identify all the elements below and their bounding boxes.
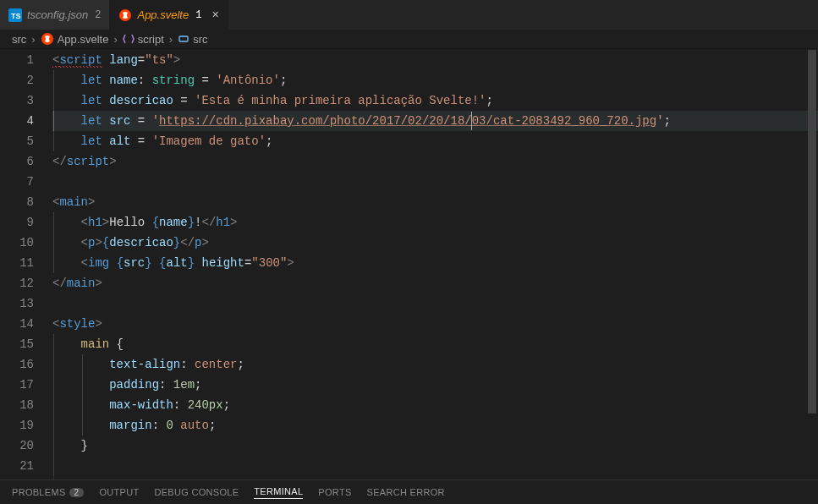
close-icon[interactable]: ×: [211, 8, 218, 22]
breadcrumb-item[interactable]: script: [123, 33, 164, 46]
ts-icon: TS: [8, 8, 22, 22]
code-line: }: [52, 436, 818, 456]
breadcrumb: src › App.svelte › script › src: [0, 30, 818, 48]
code-line: margin: 0 auto;: [52, 415, 818, 436]
breadcrumb-item[interactable]: src: [12, 33, 26, 46]
breadcrumb-item[interactable]: src: [178, 33, 207, 46]
panel-tab-output[interactable]: OUTPUT: [99, 487, 139, 497]
code-line: padding: 1em;: [52, 375, 818, 395]
code-line: let name: string = 'Antônio';: [52, 70, 818, 90]
breadcrumb-item[interactable]: App.svelte: [41, 32, 109, 46]
tab-label: tsconfig.json: [27, 8, 88, 21]
tab-label: App.svelte: [137, 8, 189, 21]
scroll-thumb[interactable]: [808, 50, 816, 414]
panel-tab-terminal[interactable]: TERMINAL: [254, 486, 303, 499]
var-icon: [178, 33, 189, 45]
code-content[interactable]: <script lang="ts"> let name: string = 'A…: [52, 50, 818, 479]
brackets-icon: [123, 33, 135, 45]
code-line: let alt = 'Imagem de gato';: [52, 131, 818, 151]
editor-tabs: TS tsconfig.json 2 App.svelte 1 ×: [0, 0, 818, 30]
chevron-right-icon: ›: [112, 33, 118, 46]
svg-text:TS: TS: [11, 12, 21, 20]
tab-tsconfig[interactable]: TS tsconfig.json 2: [0, 0, 110, 30]
code-line: <h1>Hello {name}!</h1>: [52, 212, 818, 233]
code-line: [52, 293, 818, 314]
chevron-right-icon: ›: [167, 33, 174, 46]
line-gutter: 123 456 789 101112 131415 161718 192021 …: [0, 50, 52, 479]
editor-area[interactable]: 123 456 789 101112 131415 161718 192021 …: [0, 48, 818, 479]
code-line: max-width: 240px;: [52, 395, 818, 415]
code-line: </main>: [52, 273, 818, 293]
code-line: text-align: center;: [52, 354, 818, 375]
tab-app-svelte[interactable]: App.svelte 1 ×: [110, 0, 228, 30]
svg-rect-4: [179, 36, 188, 41]
code-line: <img {src} {alt} height="300">: [52, 253, 818, 273]
code-line: main {: [52, 334, 818, 354]
scrollbar[interactable]: [806, 48, 818, 479]
tab-badge: 1: [195, 9, 201, 21]
code-line: [52, 456, 818, 476]
code-line: let descricao = 'Esta é minha primeira a…: [52, 90, 818, 111]
panel-tab-problems[interactable]: PROBLEMS2: [12, 487, 84, 497]
code-line: [52, 172, 818, 192]
panel-tab-debug[interactable]: DEBUG CONSOLE: [154, 487, 239, 497]
bottom-panel-tabs: PROBLEMS2 OUTPUT DEBUG CONSOLE TERMINAL …: [0, 479, 818, 504]
tab-badge: 2: [95, 9, 101, 21]
code-line: <style>: [52, 314, 818, 334]
panel-tab-ports[interactable]: PORTS: [318, 487, 351, 497]
code-line: <script lang="ts">: [52, 50, 818, 70]
chevron-right-icon: ›: [30, 33, 36, 46]
code-line: </script>: [52, 151, 818, 172]
svelte-icon: [118, 8, 132, 22]
panel-tab-search-error[interactable]: SEARCH ERROR: [367, 487, 445, 497]
code-line: <main>: [52, 192, 818, 212]
code-line: <p>{descricao}</p>: [52, 233, 818, 253]
code-line: let src = 'https://cdn.pixabay.com/photo…: [52, 111, 818, 131]
svelte-icon: [41, 32, 54, 46]
text-cursor: [471, 112, 472, 130]
